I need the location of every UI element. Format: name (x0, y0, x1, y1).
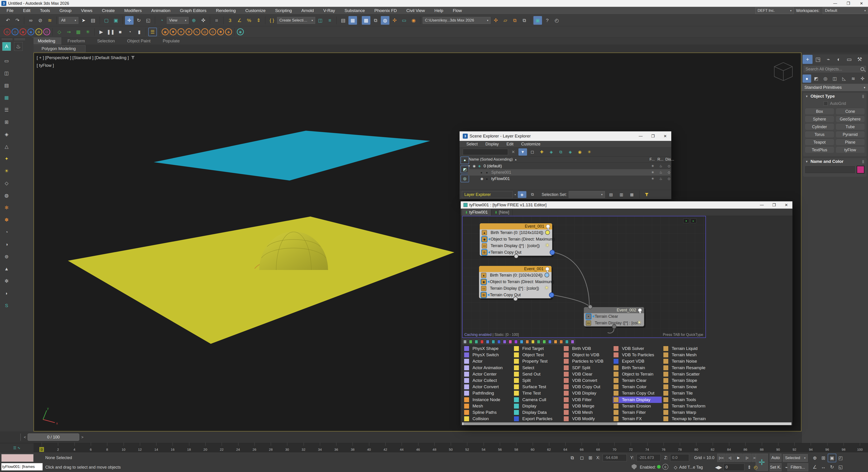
layers-mode-icon[interactable]: ◈ (518, 191, 526, 198)
menu-item[interactable]: Phoenix FD (370, 7, 402, 14)
event-node-1[interactable]: Event_001 ▲ Birth Terrain (0: [1024x1024… (479, 223, 552, 256)
field-of-view[interactable]: ∠ (810, 463, 819, 471)
project-folder-dropdown[interactable]: C:\Users\koy...3ds Max 2026▾ (423, 17, 491, 24)
material-editor[interactable]: ◍ (381, 16, 390, 25)
event-input-connector[interactable] (588, 305, 592, 309)
depot-operator[interactable]: Terrain Resample (663, 365, 712, 371)
tool-11[interactable]: ◇ (2, 179, 11, 187)
depot-operator[interactable]: Pathfinding (463, 390, 512, 396)
node-label[interactable]: Sphere001 (491, 170, 511, 175)
primitive-button[interactable]: Torus (805, 131, 834, 138)
depot-operator[interactable]: Select (513, 365, 562, 371)
ribbon-tab[interactable]: Populate (157, 37, 186, 45)
filter-funnel-icon[interactable] (645, 193, 649, 196)
tool-16[interactable]: ◑ (2, 240, 11, 249)
chaos-cube[interactable]: ◇ (11, 28, 19, 35)
depot-operator[interactable]: Display (513, 403, 562, 409)
depot-operator[interactable]: Terrain Copy Out (613, 390, 662, 396)
node-label[interactable]: 0 (default) (484, 164, 502, 169)
hierarchy-mode-icon[interactable]: ⧉ (528, 191, 537, 198)
percent-snap[interactable]: % (245, 16, 253, 25)
sim-stop[interactable]: ■ (116, 28, 125, 36)
timeline-tick[interactable]: 48 (426, 447, 443, 451)
select-and-scale[interactable]: ◱ (144, 16, 153, 25)
tool-6[interactable]: ⊞ (2, 118, 11, 126)
depot-scrollbar[interactable] (462, 422, 792, 425)
menu-item[interactable]: Arnold (297, 7, 318, 14)
depot-operator[interactable]: Actor (463, 358, 512, 364)
wave-preset[interactable]: ∿ (193, 28, 200, 35)
toolbar-drag-handle[interactable] (2, 38, 12, 40)
tool-8[interactable]: △ (2, 142, 11, 151)
timeline-tick[interactable]: 14 (148, 447, 164, 451)
category-icon[interactable] (496, 339, 501, 344)
export-green[interactable]: ⇒ (64, 28, 73, 36)
use-pivot-point-center[interactable]: ⊕ (189, 16, 198, 25)
schematic-view[interactable]: ⧉ (371, 16, 380, 25)
rectangular-selection-region[interactable]: ▢ (102, 16, 111, 25)
menu-item[interactable]: Animation (147, 7, 175, 14)
timeline-tick[interactable]: 62 (541, 447, 557, 451)
user-account-dropdown[interactable]: DEFT Inc.▾ (755, 7, 794, 14)
menu-item[interactable]: Tools (35, 7, 55, 14)
timeline-tick[interactable]: 44 (394, 447, 410, 451)
depot-operator[interactable]: Camera Cull (513, 396, 562, 403)
cat-cameras[interactable]: ◫ (830, 75, 839, 83)
operator-port[interactable] (545, 230, 550, 235)
freeze-icon[interactable]: ✳ (649, 164, 656, 168)
freeze-toggle[interactable]: ✳ (585, 148, 594, 156)
undo[interactable]: ↶ (4, 16, 12, 25)
tool-3[interactable]: ▤ (2, 81, 11, 90)
depot-operator[interactable]: Terrain Noise (663, 358, 712, 364)
timeline-tick[interactable]: 84 (721, 447, 737, 451)
name-color-header[interactable]: ▼Name and Color⣿ (803, 158, 867, 165)
depot-operator[interactable]: SDF Split (563, 365, 612, 371)
depot-operator[interactable]: Terrain Scatter (663, 371, 712, 377)
category-icon[interactable] (519, 339, 524, 344)
timeline-tick[interactable]: 74 (639, 447, 655, 451)
tool-18[interactable]: ▲ (2, 265, 11, 273)
tab-display[interactable]: ▭ (844, 55, 854, 64)
timeline-tick[interactable]: 38 (344, 447, 361, 451)
primitive-button[interactable]: GeoSphere (836, 116, 865, 122)
teapot-tool-icon[interactable]: ♨ (14, 42, 23, 51)
redo[interactable]: ↷ (13, 16, 22, 25)
timeline-tick[interactable]: 68 (590, 447, 606, 451)
sim-restore[interactable]: ◔ (125, 28, 134, 36)
scene-explorer-titlebar[interactable]: 3 Scene Explorer - Layer Explorer — ❐ ✕ (460, 131, 671, 141)
toggle-scene-explorer[interactable]: ▦ (348, 16, 357, 25)
visibility-eye-icon[interactable]: ● (480, 171, 486, 174)
cat-helpers[interactable]: ◺ (840, 75, 848, 83)
category-icon[interactable] (463, 339, 467, 344)
list-edit-icon[interactable]: ▦ (627, 191, 636, 198)
primitives-dropdown[interactable]: Standard Primitives▾ (802, 84, 868, 91)
sim-play[interactable]: ▶ (97, 28, 105, 36)
fire-preset-2[interactable]: ✸ (169, 28, 177, 35)
maximize-button[interactable]: ❐ (647, 131, 659, 141)
depot-operator[interactable]: Surface Test (513, 384, 562, 390)
select-and-manipulate[interactable]: ✜ (199, 16, 208, 25)
cat-systems[interactable]: ✣ (858, 75, 867, 83)
menu-item[interactable]: Civil View (402, 7, 430, 14)
hide-toggle[interactable]: ◉ (576, 148, 584, 156)
graph-option-button-1[interactable]: ● (683, 218, 689, 223)
object-type-header[interactable]: ▼Object Type⣿ (803, 93, 867, 100)
category-icon[interactable] (491, 339, 496, 344)
primitive-button[interactable]: Cylinder (805, 124, 834, 130)
visibility-eye-icon[interactable]: ◉ (473, 164, 478, 168)
snaps-toggle[interactable]: 3 (226, 16, 234, 25)
tool-4[interactable]: ▦ (2, 93, 11, 102)
fire-preset-1[interactable]: ◉ (162, 28, 169, 35)
renderable-icon[interactable]: ♨ (657, 164, 665, 168)
tyflow-tab[interactable]: ⬇tyFlow001 (462, 209, 491, 216)
time-config-icon[interactable]: ◴ (751, 463, 761, 471)
depot-operator[interactable]: VDB Clear (563, 371, 612, 377)
operator-row[interactable]: ▲ Birth Terrain (0: [1024x1024]) (479, 272, 552, 278)
tool-15[interactable]: ◔ (2, 228, 11, 236)
render-production[interactable]: ◉ (409, 16, 418, 25)
grid-green[interactable]: ▦ (74, 28, 83, 36)
depot-operator[interactable]: VDB Solver (613, 345, 662, 352)
depot-operator[interactable]: Terrain Tools (663, 396, 712, 403)
zoom-all[interactable]: ⊞ (819, 454, 828, 462)
tyflow-tab[interactable]: ⬇[New] (491, 209, 513, 216)
